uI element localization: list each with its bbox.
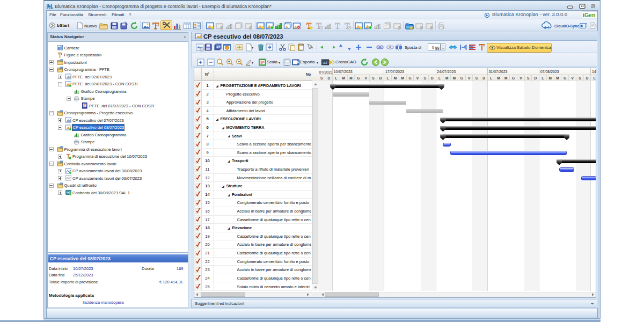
svg-text:47: 47 [216,46,220,49]
